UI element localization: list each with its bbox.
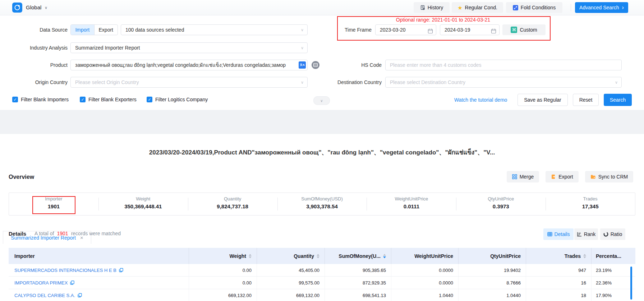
filter-blank-exporters-label: Filter Blank Exporters <box>88 97 137 102</box>
chevron-down-icon: ∨ <box>320 99 323 103</box>
checkbox-check-icon: ✓ <box>12 97 18 102</box>
column-header-sum-of-money[interactable]: SumOfMoney(U... <box>325 248 391 264</box>
product-label: Product <box>0 60 68 70</box>
importer-name-link[interactable]: CALYPSO DEL CARIBE S.A. <box>9 289 189 301</box>
cell-percentage: 17.90% <box>591 289 635 301</box>
cell-percentage: 22.36% <box>591 277 635 289</box>
reset-button[interactable]: Reset <box>573 94 599 106</box>
stat-label: Trades <box>546 196 635 202</box>
merge-button[interactable]: Merge <box>507 171 539 182</box>
sort-icon[interactable] <box>317 254 319 258</box>
column-header-trades[interactable]: Trades <box>526 248 591 264</box>
origin-country-placeholder: Please select Origin Country <box>75 79 139 85</box>
custom-range-button[interactable]: ⌘ Custom <box>502 24 546 35</box>
end-date-value: 2024-03-19 <box>445 27 470 33</box>
cell-quantity: 669,132.00 <box>257 289 325 301</box>
fold-conditions-label: Fold Conditions <box>521 5 556 10</box>
origin-country-select[interactable]: Please select Origin Country ∨ <box>70 77 308 88</box>
view-ratio-label: Ratio <box>611 231 622 237</box>
filter-blank-exporters-checkbox[interactable]: ✓ Filter Blank Exporters <box>80 94 137 105</box>
details-table-icon <box>547 232 552 237</box>
app-root: Global ∨ History ★ Regular Cond. Fold Co… <box>0 0 644 301</box>
stat-qty-unit-price: QtyUnitPrice 0.3973 <box>456 193 546 215</box>
copy-icon[interactable] <box>78 293 82 297</box>
column-header-weight[interactable]: Weight <box>189 248 257 264</box>
column-header-weight-unit-price[interactable]: WeightUnitPrice <box>391 248 458 264</box>
region-selector-label[interactable]: Global <box>26 0 41 15</box>
time-frame-label: Time Frame <box>323 24 372 35</box>
origin-country-label: Origin Country <box>0 77 68 88</box>
regular-cond-button[interactable]: ★ Regular Cond. <box>452 2 503 13</box>
filter-blank-importers-checkbox[interactable]: ✓ Filter Blank Importers <box>12 94 69 105</box>
collapse-form-button[interactable]: ∨ <box>313 96 330 105</box>
destination-country-label: Destination Country <box>295 77 382 88</box>
product-input[interactable]: замороженный овощ;rau đông lạnh;vegetal … <box>70 60 308 70</box>
chevron-down-icon[interactable]: ∨ <box>45 0 47 15</box>
calendar-icon <box>428 27 433 35</box>
stat-sum-of-money: SumOfMoney(USD) 3,903,378.54 <box>277 193 367 215</box>
end-date-input[interactable]: 2024-03-19 <box>440 24 500 35</box>
start-date-input[interactable]: 2023-03-20 <box>375 24 436 35</box>
cell-percentage: 23.19% <box>591 264 635 276</box>
stat-importer: Importer 1901 <box>9 193 98 215</box>
chevron-right-icon: › <box>622 4 624 11</box>
fold-conditions-button[interactable]: Fold Conditions <box>506 2 562 13</box>
import-tab[interactable]: Import <box>71 25 94 35</box>
destination-country-select[interactable]: Please select Destination Country ∨ <box>385 77 622 88</box>
stat-label: QtyUnitPrice <box>456 196 546 202</box>
history-button[interactable]: History <box>414 2 450 13</box>
sort-icon[interactable] <box>583 254 586 258</box>
cell-weight: 0.00 <box>189 264 257 276</box>
industry-analysis-select[interactable]: Summarized Importer Report ∨ <box>70 42 308 53</box>
importer-name: IMPORTADORA PRIMEX <box>14 280 68 286</box>
copy-icon[interactable] <box>70 281 74 285</box>
cell-weight-unit-price: 1.0440 <box>391 289 458 301</box>
importer-name-link[interactable]: SUPERMERCADOS INTERNACIONALES H E B <box>9 264 189 276</box>
save-as-regular-button[interactable]: Save as Regular <box>518 94 568 106</box>
filter-logitics-company-checkbox[interactable]: ✓ Filter Logitics Company <box>147 94 208 105</box>
history-icon <box>420 5 425 10</box>
column-label: Percenta... <box>596 253 621 259</box>
view-rank-button[interactable]: Rank <box>574 228 598 240</box>
column-header-importer[interactable]: Importer <box>9 248 189 264</box>
search-button[interactable]: Search <box>604 94 632 106</box>
hs-code-placeholder: Please enter more than 4 customs codes <box>390 62 481 68</box>
sync-to-crm-button[interactable]: Sync to CRM <box>585 171 633 182</box>
hs-code-input[interactable]: Please enter more than 4 customs codes <box>385 60 622 70</box>
data-sources-select[interactable]: 100 data sources selected ∨ <box>121 24 308 35</box>
data-sources-value: 100 data sources selected <box>125 27 184 33</box>
export-icon <box>551 174 556 179</box>
column-header-quantity[interactable]: Quantity <box>257 248 325 264</box>
cell-quantity: 99,575.00 <box>257 277 325 289</box>
stat-value: 350,369,448.41 <box>98 203 188 209</box>
optional-range-hint: Optional range: 2021-01-01 to 2024-03-21 <box>337 17 549 23</box>
column-header-percentage[interactable]: Percenta... <box>591 248 635 264</box>
importer-name: SUPERMERCADOS INTERNACIONALES H E B <box>14 268 116 273</box>
sort-icon-active-desc[interactable] <box>383 254 386 258</box>
calendar-icon <box>491 27 496 35</box>
column-header-qty-unit-price[interactable]: QtyUnitPrice <box>458 248 526 264</box>
summary-count: 1901 <box>57 231 68 236</box>
product-value: замороженный овощ;rau đông lạnh;vegetal … <box>75 62 286 68</box>
column-label: Trades <box>565 253 581 259</box>
advanced-search-button[interactable]: Advanced Search › <box>575 2 628 13</box>
export-tab[interactable]: Export <box>94 25 118 35</box>
sort-icon[interactable] <box>249 254 252 258</box>
view-details-button[interactable]: Details <box>543 228 574 240</box>
chevron-down-icon: ∨ <box>301 25 304 35</box>
tutorial-demo-link[interactable]: Watch the tutorial demo <box>454 94 507 106</box>
details-heading: Details <box>9 231 26 237</box>
data-source-label: Data Source <box>0 24 68 35</box>
top-bar: Global ∨ History ★ Regular Cond. Fold Co… <box>0 0 644 15</box>
advanced-search-label: Advanced Search <box>579 5 619 10</box>
table-row: CALYPSO DEL CARIBE S.A. 669,132.00 669,1… <box>9 289 635 301</box>
summary-prefix: A total of <box>34 231 54 236</box>
copy-icon[interactable] <box>119 268 123 272</box>
export-button[interactable]: Export <box>546 171 579 182</box>
importer-name-link[interactable]: IMPORTADORA PRIMEX <box>9 277 189 289</box>
view-ratio-button[interactable]: Ratio <box>600 228 625 240</box>
cell-weight-unit-price: 0.0000 <box>391 277 458 289</box>
stat-weight: Weight 350,369,448.41 <box>98 193 188 215</box>
start-date-value: 2023-03-20 <box>380 27 406 33</box>
table-scrollbar[interactable] <box>630 267 632 300</box>
